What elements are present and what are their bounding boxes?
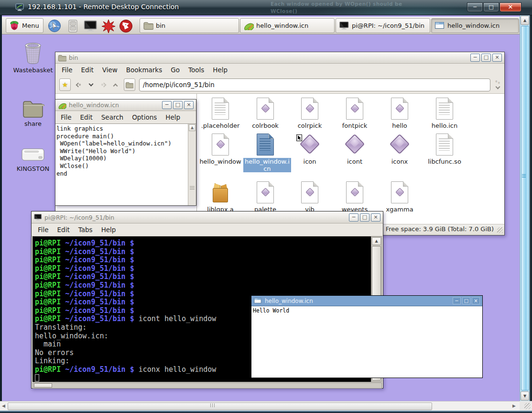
scroll-up-arrow-icon[interactable]: ▲	[189, 124, 195, 131]
fm-close-button[interactable]: ×	[492, 54, 502, 62]
file-icon[interactable]: icon	[288, 133, 332, 165]
menu-item-help[interactable]: Help	[97, 225, 120, 234]
file-colrpick[interactable]: colrpick	[288, 97, 332, 129]
up-button[interactable]	[111, 78, 120, 91]
rdp-vertical-scrollbar[interactable]: ▲ ▼	[520, 15, 530, 401]
taskbar-task-hello-window-icn[interactable]: hello_window.icn	[431, 18, 519, 33]
desktop-icon-share[interactable]: share	[10, 93, 56, 127]
menu-item-bookmarks[interactable]: Bookmarks	[122, 65, 166, 75]
file--placeholder[interactable]: .placeholder	[198, 97, 242, 129]
resize-grip[interactable]	[497, 227, 503, 233]
scroll-left-arrow-icon[interactable]: ◀	[0, 402, 7, 410]
output-minimize-button[interactable]: −	[453, 297, 461, 304]
rdp-titlebar[interactable]: 192.168.1.101 - Remote Desktop Connectio…	[0, 0, 532, 15]
code-line: WDelay(10000)	[56, 155, 187, 162]
file-liblgpx-a[interactable]: liblgpx.a	[198, 180, 242, 213]
scroll-up-arrow-icon[interactable]: ▲	[521, 16, 529, 25]
rdp-minimize-button[interactable]: ─	[467, 2, 483, 12]
toolbar-extra-icon[interactable]: °∘	[495, 80, 500, 89]
menu-item-go[interactable]: Go	[166, 65, 184, 75]
file-colrbook[interactable]: colrbook	[243, 97, 287, 129]
menu-item-file[interactable]: File	[56, 112, 76, 122]
file-label: libcfunc.so	[423, 158, 467, 165]
file-hello-icn[interactable]: hello.icn	[423, 97, 467, 129]
terminal-hscrollbar[interactable]	[33, 382, 382, 389]
menu-button[interactable]: Menu	[6, 18, 43, 33]
editor-close-button[interactable]: ×	[184, 101, 194, 109]
launcher-terminal-icon[interactable]	[82, 19, 98, 33]
scrollbar-thumb[interactable]	[521, 26, 529, 391]
terminal-titlebar[interactable]: pi@RPI: ~/icon9_51/bin − □ ×	[32, 212, 383, 223]
menu-item-options[interactable]: Options	[128, 112, 161, 122]
file-libcfunc-so[interactable]: libcfunc.so	[423, 133, 467, 165]
desktop-icon-kingston[interactable]: KINGSTON	[10, 139, 56, 172]
rdp-resize-corner[interactable]	[520, 401, 532, 411]
path-input[interactable]	[139, 78, 490, 91]
file-label: colrbook	[243, 122, 287, 129]
output-window-titlebar[interactable]: hello_window.icn − □ ×	[251, 296, 482, 306]
new-tab-button[interactable]: ★	[59, 78, 71, 91]
folder-icon	[143, 21, 153, 30]
rdp-close-button[interactable]: ✕	[499, 2, 521, 12]
file-hello[interactable]: hello	[378, 97, 422, 129]
editor-titlebar[interactable]: hello_window.icn − □ ×	[55, 100, 196, 111]
scroll-right-arrow-icon[interactable]: ▶	[510, 402, 518, 410]
menu-item-help[interactable]: Help	[208, 65, 232, 75]
menu-item-file[interactable]: File	[33, 225, 53, 234]
terminal-prompt-line: pi@RPI ~/icon9_51/bin $	[35, 264, 371, 273]
file-label: hello_window	[198, 158, 242, 165]
file-wevents[interactable]: wevents	[333, 180, 377, 213]
launcher-file-manager-icon[interactable]	[65, 19, 81, 33]
menu-item-tabs[interactable]: Tabs	[74, 225, 97, 234]
file-palette[interactable]: palette	[243, 180, 287, 213]
editor-maximize-button[interactable]: □	[173, 101, 183, 109]
file-manager-titlebar[interactable]: bin − □ ×	[55, 52, 504, 64]
output-maximize-button[interactable]: □	[462, 297, 470, 304]
launcher-web-browser-icon[interactable]	[46, 19, 63, 33]
menu-item-file[interactable]: File	[57, 65, 77, 75]
editor-minimize-button[interactable]: −	[162, 101, 172, 109]
taskbar-task-hello-window-icn[interactable]: hello_window.icn	[240, 18, 335, 33]
home-button[interactable]	[124, 78, 135, 91]
editor-text-area[interactable]: link graphicsprocedure main() WOpen("lab…	[55, 123, 196, 205]
desktop-icon-wastebasket[interactable]: Wastebasket	[10, 39, 56, 74]
menu-item-tools[interactable]: Tools	[184, 65, 208, 75]
fm-minimize-button[interactable]: −	[470, 54, 480, 62]
file-xgamma[interactable]: xgamma	[378, 180, 422, 213]
history-dropdown[interactable]	[87, 78, 96, 91]
scrollbar-thumb[interactable]	[34, 383, 52, 388]
rdp-maximize-button[interactable]: □	[483, 2, 499, 12]
menu-item-edit[interactable]: Edit	[53, 225, 74, 234]
file-iconx[interactable]: iconx	[378, 133, 422, 165]
taskbar-task-bin[interactable]: bin	[140, 18, 239, 33]
editor-scrollbar[interactable]: ▲	[188, 124, 196, 205]
terminal-maximize-button[interactable]: □	[360, 213, 369, 222]
rdp-horizontal-scrollbar[interactable]: ◀ ▶	[0, 401, 520, 411]
file-label: colrpick	[288, 122, 332, 129]
menu-item-edit[interactable]: Edit	[77, 65, 98, 75]
forward-button[interactable]	[99, 78, 108, 91]
taskbar-task-pi-rpi-icon9-51-bin[interactable]: pi@RPI: ~/icon9_51/bin	[336, 18, 430, 33]
menu-item-view[interactable]: View	[98, 65, 122, 75]
launcher-browser-red-icon[interactable]	[118, 19, 134, 33]
scrollbar-grip	[210, 403, 215, 407]
file-hello-window[interactable]: hello_window	[198, 133, 242, 165]
menu-item-search[interactable]: Search	[97, 112, 128, 122]
menu-item-edit[interactable]: Edit	[76, 112, 97, 122]
scroll-down-arrow-icon[interactable]: ▼	[521, 391, 529, 401]
terminal-minimize-button[interactable]: −	[349, 213, 358, 222]
background-ghost-text: Each window opened by WOpen() should be	[271, 1, 402, 7]
file-icont[interactable]: icont	[333, 133, 377, 165]
raspberry-menu-icon	[9, 20, 20, 31]
scroll-up-arrow-icon[interactable]: ▲	[372, 237, 381, 245]
launcher-wolfram-icon[interactable]	[100, 19, 116, 33]
file-fontpick[interactable]: fontpick	[333, 97, 377, 129]
scrollbar-thumb[interactable]	[8, 402, 432, 410]
back-button[interactable]	[75, 78, 83, 91]
fm-maximize-button[interactable]: □	[481, 54, 491, 62]
terminal-close-button[interactable]: ×	[371, 213, 380, 222]
output-close-button[interactable]: ×	[472, 297, 480, 304]
file-hello-window-icn[interactable]: hello_window.icn	[243, 133, 287, 173]
menu-item-help[interactable]: Help	[161, 112, 185, 122]
file-vib[interactable]: vib	[288, 180, 332, 213]
